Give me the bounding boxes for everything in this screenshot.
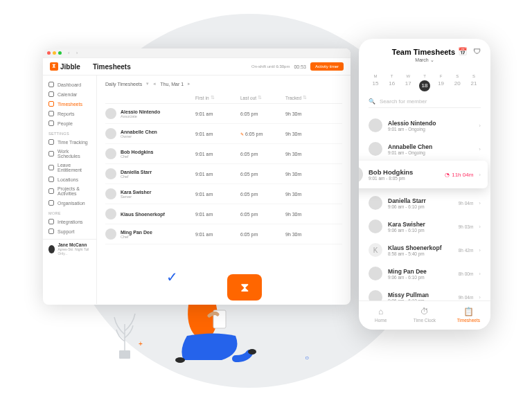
member-role: Owner <box>121 134 195 138</box>
sidebar-item-people[interactable]: People <box>43 118 96 128</box>
col-last-out[interactable]: Last out <box>240 96 256 100</box>
sidebar-section-settings: SETTINGS <box>43 128 96 137</box>
list-item[interactable]: K Klaus Shoenerkopf8:58 am - 5:40 pm 8h … <box>359 238 490 262</box>
month-select[interactable]: March ⌄ <box>369 57 481 63</box>
sidebar-item-locations[interactable]: Locations <box>43 174 96 184</box>
sidebar-item-support[interactable]: Support <box>43 226 96 236</box>
sidebar-item-timesheets[interactable]: Timesheets <box>43 99 96 109</box>
svg-rect-0 <box>119 350 130 359</box>
avatar <box>105 168 116 179</box>
list-item[interactable]: Daniella Starr9:06 am - 6:10 pm 9h 04m › <box>359 191 490 215</box>
first-in-value: 9:01 am <box>195 232 240 237</box>
list-item[interactable]: Ming Pan Dee9:06 am - 6:10 pm 8h 00m › <box>359 262 490 285</box>
first-in-value: 9:01 am <box>195 192 240 197</box>
calendar-day[interactable]: W17 <box>401 74 415 91</box>
calendar-day[interactable]: M15 <box>369 74 382 91</box>
sidebar-item-calendar[interactable]: Calendar <box>43 89 96 99</box>
member-name: Ming Pan Dee <box>388 268 453 275</box>
clock-icon <box>48 101 54 107</box>
activity-timer-button[interactable]: Activity timer <box>310 62 344 71</box>
first-in-value: 9:01 am <box>195 172 240 177</box>
table-row[interactable]: Daniella StarrChef 9:01 am 6:05 pm 9h 30… <box>105 164 342 184</box>
chevron-right-icon: › <box>479 200 481 206</box>
list-item[interactable]: Kara Swisher9:06 am - 6:10 pm 9h 03m › <box>359 215 490 238</box>
col-tracked[interactable]: Tracked <box>285 96 301 100</box>
nav-forward-icon[interactable]: › <box>76 50 78 56</box>
mobile-device: Team Timesheets 📅 🛡 March ⌄ M15T16W17T18… <box>359 39 490 330</box>
logo[interactable]: ⧗ Jibble <box>50 62 80 71</box>
prev-day-icon[interactable]: ◂ <box>153 81 156 87</box>
window-titlebar: ‹ › <box>43 48 351 58</box>
sidebar-item-time-tracking[interactable]: Time Tracking <box>43 137 96 147</box>
tracked-value: 9h 30m <box>285 192 330 197</box>
last-out-value: 6:05 pm <box>240 212 285 217</box>
member-role: Chef <box>121 154 195 159</box>
calendar-day[interactable]: T16 <box>385 74 399 91</box>
table-row[interactable]: Kara SwisherServer 9:01 am 6:05 pm 9h 30… <box>105 184 342 204</box>
tab-time-clock[interactable]: ⏱Time Clock <box>402 307 446 323</box>
shift-status: On-shift until 6:30pm <box>251 64 290 69</box>
member-time: 9:06 am - 6:10 pm <box>388 298 453 301</box>
date-display[interactable]: Thu, Mar 1 <box>160 82 184 87</box>
shield-icon[interactable]: 🛡 <box>473 47 481 56</box>
calendar-day[interactable]: F19 <box>434 74 448 91</box>
tab-timesheets[interactable]: 📋Timesheets <box>447 307 490 323</box>
page-title: Timesheets <box>93 63 131 71</box>
member-name: Missy Pullman <box>388 292 453 298</box>
stopwatch-icon: ⏱ <box>402 307 446 316</box>
chevron-right-icon: › <box>479 172 481 178</box>
table-row[interactable]: Alessio NintendoAssociate 9:01 am 6:05 p… <box>105 104 342 124</box>
sidebar-item-leave[interactable]: Leave Entitlement <box>43 161 96 174</box>
member-time: 9:06 am - 6:10 pm <box>388 275 453 280</box>
avatar <box>369 142 382 156</box>
sidebar-item-projects[interactable]: Projects & Activities <box>43 184 96 198</box>
nav-back-icon[interactable]: ‹ <box>68 50 70 56</box>
app-header: ⧗ Jibble Timesheets On-shift until 6:30p… <box>43 58 351 75</box>
list-item[interactable]: Missy Pullman9:06 am - 6:10 pm 9h 04m › <box>359 285 490 301</box>
view-select[interactable]: Daily Timesheets <box>105 82 142 87</box>
first-in-value: 9:01 am <box>195 212 240 217</box>
next-day-icon[interactable]: ▸ <box>188 81 190 87</box>
tab-home[interactable]: ⌂Home <box>359 307 402 323</box>
calendar-day[interactable]: T18 <box>418 74 432 91</box>
calendar-icon[interactable]: 📅 <box>458 47 468 56</box>
home-icon: ⌂ <box>359 307 402 316</box>
search-input[interactable]: 🔍 Search for member <box>369 98 481 108</box>
table-row[interactable]: Annabelle ChenOwner 9:01 am ✎6:05 pm 9h … <box>105 124 342 144</box>
table-row[interactable]: Bob HodgkinsChef 9:01 am 6:05 pm 9h 30m <box>105 144 342 164</box>
avatar <box>105 128 116 139</box>
member-name: Bob Hodgkins <box>369 168 439 176</box>
list-item[interactable]: Alessio Nintendo9:01 am - Ongoing › <box>359 114 490 137</box>
col-first-in[interactable]: First in <box>195 96 209 100</box>
member-name: Bob Hodgkins <box>121 150 195 154</box>
table-row[interactable]: Klaus Shoenerkopf 9:01 am 6:05 pm 9h 30m <box>105 204 342 224</box>
close-icon[interactable] <box>47 51 51 55</box>
org-icon <box>48 200 54 206</box>
tracked-value: 9h 30m <box>285 152 330 156</box>
duration-badge: ◔ 11h 04m <box>445 172 473 178</box>
sidebar-item-organisation[interactable]: Organisation <box>43 198 96 208</box>
member-name: Alessio Nintendo <box>121 109 195 114</box>
maximize-icon[interactable] <box>58 51 62 55</box>
member-name: Ming Pan Dee <box>121 230 195 235</box>
minimize-icon[interactable] <box>53 51 56 55</box>
list-item[interactable]: Bob Hodgkins9:01 am - 8:05 pm ◔ 11h 04m … <box>359 161 490 191</box>
sidebar-item-dashboard[interactable]: Dashboard <box>43 80 96 89</box>
sidebar-item-reports[interactable]: Reports <box>43 109 96 118</box>
chevron-right-icon: › <box>479 123 481 129</box>
member-role: Associate <box>121 114 195 118</box>
last-out-value: 6:05 pm <box>240 232 285 237</box>
tracked-value: 9h 30m <box>285 212 330 217</box>
sidebar-item-integrations[interactable]: Integrations <box>43 217 96 226</box>
calendar-day[interactable]: S21 <box>467 74 481 91</box>
list-item[interactable]: Annabelle Chen9:01 am - Ongoing › <box>359 137 490 161</box>
timer-value: 00:53 <box>294 64 306 69</box>
sidebar-user[interactable]: Jane McCann Apres-Ski: Night Toil Only..… <box>43 239 96 258</box>
reports-icon <box>48 111 54 116</box>
calendar-day[interactable]: S20 <box>450 74 464 91</box>
sidebar-item-work-schedules[interactable]: Work Schedules <box>43 147 96 161</box>
avatar <box>105 188 116 199</box>
svg-point-5 <box>175 357 185 363</box>
plant-illustration <box>104 296 145 361</box>
table-row[interactable]: Ming Pan DeeChef 9:01 am 6:05 pm 9h 30m <box>105 224 342 244</box>
